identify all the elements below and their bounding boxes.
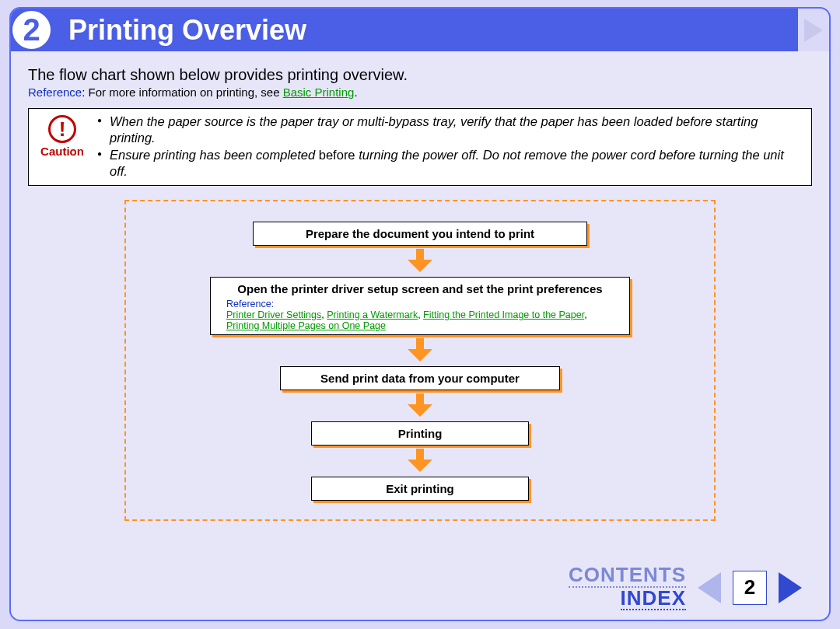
- flow-step-4: Printing: [311, 421, 529, 446]
- svg-marker-6: [408, 404, 432, 417]
- prev-page-button[interactable]: [694, 569, 725, 606]
- svg-rect-5: [416, 393, 424, 404]
- page-title: Printing Overview: [68, 14, 306, 47]
- svg-rect-1: [416, 249, 424, 260]
- caution-icon: !: [48, 115, 76, 143]
- basic-printing-link[interactable]: Basic Printing: [283, 86, 355, 99]
- page-number: 2: [733, 571, 767, 605]
- reference-label: Reference: [28, 86, 82, 99]
- caution-label: Caution: [35, 145, 89, 158]
- caution-item-1: When the paper source is the paper tray …: [97, 114, 803, 147]
- footer-nav: CONTENTS INDEX 2: [569, 564, 806, 610]
- header-next-icon[interactable]: [798, 9, 829, 51]
- svg-marker-2: [408, 260, 432, 272]
- flow-step-3: Send print data from your computer: [280, 366, 560, 390]
- arrow-down-icon: [408, 249, 432, 272]
- arrow-down-icon: [408, 393, 432, 417]
- reference-text: : For more information on printing, see: [82, 86, 282, 99]
- reference-line: Reference: For more information on print…: [28, 86, 812, 99]
- flow-ref-link[interactable]: Fitting the Printed Image to the Paper: [423, 309, 584, 320]
- caution-item-2: Ensure printing has been completed befor…: [97, 147, 803, 180]
- svg-marker-10: [779, 572, 802, 603]
- flow-step-5: Exit printing: [311, 477, 529, 501]
- flow-ref-link[interactable]: Printer Driver Settings: [226, 309, 321, 320]
- arrow-down-icon: [408, 449, 432, 472]
- svg-marker-9: [698, 572, 721, 603]
- content-area: The flow chart shown below provides prin…: [11, 54, 829, 620]
- next-page-button[interactable]: [775, 569, 806, 606]
- contents-link[interactable]: CONTENTS: [569, 564, 686, 587]
- caution-box: ! Caution When the paper source is the p…: [28, 108, 812, 186]
- page-frame: 2 Printing Overview The flow chart shown…: [9, 7, 831, 621]
- chapter-number-badge: 2: [10, 9, 53, 51]
- flow-ref-link[interactable]: Printing Multiple Pages on One Page: [226, 320, 386, 331]
- svg-marker-4: [408, 349, 432, 362]
- flow-step-1: Prepare the document you intend to print: [253, 222, 587, 246]
- svg-marker-8: [408, 460, 432, 472]
- chapter-header: 2 Printing Overview: [11, 9, 829, 51]
- flow-step-2-ref-label: Reference:: [226, 299, 274, 309]
- flowchart: Prepare the document you intend to print…: [124, 200, 716, 521]
- flow-step-2: Open the printer driver setup screen and…: [210, 277, 630, 335]
- svg-marker-0: [804, 19, 823, 42]
- svg-rect-3: [416, 338, 424, 349]
- arrow-down-icon: [408, 338, 432, 362]
- svg-rect-7: [416, 449, 424, 460]
- intro-text: The flow chart shown below provides prin…: [28, 66, 812, 84]
- flow-step-2-title: Open the printer driver setup screen and…: [222, 282, 618, 295]
- flow-ref-link[interactable]: Printing a Watermark: [327, 309, 418, 320]
- index-link[interactable]: INDEX: [621, 588, 686, 610]
